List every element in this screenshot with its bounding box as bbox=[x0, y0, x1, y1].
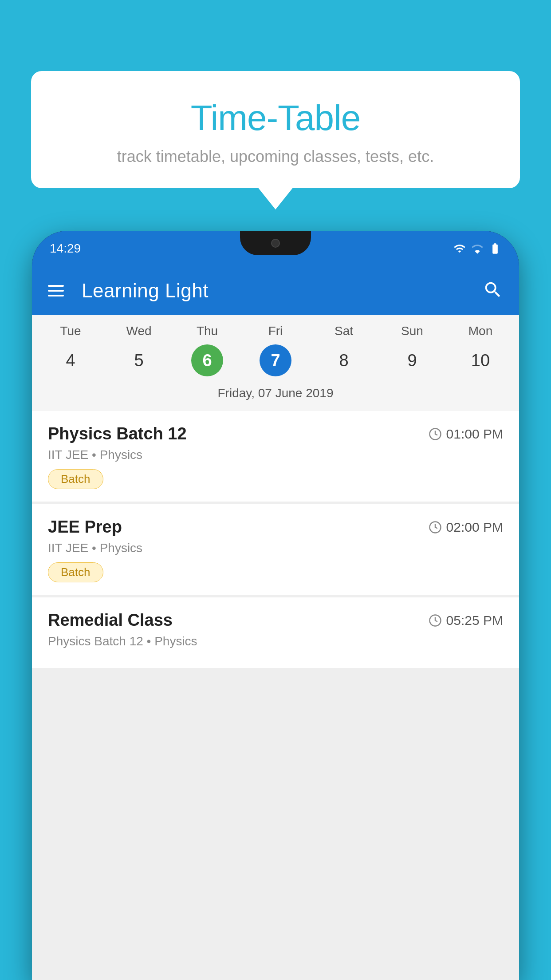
schedule-item-3-time: 05:25 PM bbox=[429, 613, 503, 628]
schedule-item-2-subtitle: IIT JEE • Physics bbox=[48, 541, 503, 555]
status-bar: 14:29 bbox=[32, 231, 519, 266]
search-icon bbox=[483, 280, 503, 300]
hamburger-menu-button[interactable] bbox=[48, 285, 64, 296]
battery-icon bbox=[489, 242, 501, 255]
day-name-tue: Tue bbox=[36, 324, 105, 338]
status-icons bbox=[453, 242, 501, 255]
schedule-item-2-time: 02:00 PM bbox=[429, 520, 503, 535]
day-5[interactable]: 5 bbox=[123, 344, 155, 376]
day-10[interactable]: 10 bbox=[464, 344, 496, 376]
schedule-item-3-title: Remedial Class bbox=[48, 611, 173, 630]
day-name-fri: Fri bbox=[241, 324, 310, 338]
clock-icon-1 bbox=[429, 427, 442, 441]
bubble-title: Time-Table bbox=[49, 98, 502, 138]
search-button[interactable] bbox=[483, 280, 503, 302]
calendar-strip: Tue Wed Thu Fri Sat Sun Mon 4 5 6 7 8 9 … bbox=[32, 315, 519, 411]
speech-bubble-container: Time-Table track timetable, upcoming cla… bbox=[31, 71, 520, 188]
content-area: Physics Batch 12 01:00 PM IIT JEE • Phys… bbox=[32, 411, 519, 980]
phone-frame: 14:29 Learning Light bbox=[32, 231, 519, 980]
schedule-item-2[interactable]: JEE Prep 02:00 PM IIT JEE • Physics Batc… bbox=[32, 504, 519, 595]
bubble-subtitle: track timetable, upcoming classes, tests… bbox=[49, 147, 502, 166]
schedule-item-1-subtitle: IIT JEE • Physics bbox=[48, 448, 503, 462]
day-6-today[interactable]: 6 bbox=[191, 344, 223, 376]
hamburger-line-1 bbox=[48, 285, 64, 287]
day-9[interactable]: 9 bbox=[396, 344, 428, 376]
day-name-thu: Thu bbox=[173, 324, 241, 338]
day-7-selected[interactable]: 7 bbox=[260, 344, 291, 376]
hamburger-line-3 bbox=[48, 295, 64, 296]
day-name-wed: Wed bbox=[105, 324, 173, 338]
schedule-item-2-header: JEE Prep 02:00 PM bbox=[48, 518, 503, 537]
status-time: 14:29 bbox=[50, 241, 81, 256]
day-8[interactable]: 8 bbox=[328, 344, 360, 376]
schedule-item-3[interactable]: Remedial Class 05:25 PM Physics Batch 12… bbox=[32, 597, 519, 668]
day-name-sat: Sat bbox=[310, 324, 378, 338]
clock-icon-2 bbox=[429, 521, 442, 534]
selected-date-label: Friday, 07 June 2019 bbox=[36, 383, 515, 407]
wifi-icon bbox=[453, 242, 466, 255]
day-name-mon: Mon bbox=[446, 324, 515, 338]
schedule-item-1-time: 01:00 PM bbox=[429, 427, 503, 442]
camera-dot bbox=[271, 239, 280, 248]
day-4[interactable]: 4 bbox=[55, 344, 87, 376]
day-name-sun: Sun bbox=[378, 324, 446, 338]
batch-badge-1: Batch bbox=[48, 469, 103, 489]
schedule-item-2-title: JEE Prep bbox=[48, 518, 122, 537]
schedule-item-3-header: Remedial Class 05:25 PM bbox=[48, 611, 503, 630]
signal-icon bbox=[471, 242, 484, 255]
batch-badge-2: Batch bbox=[48, 562, 103, 582]
app-title: Learning Light bbox=[82, 280, 469, 302]
phone-notch bbox=[240, 231, 311, 255]
hamburger-line-2 bbox=[48, 290, 64, 292]
clock-icon-3 bbox=[429, 614, 442, 627]
day-numbers-row: 4 5 6 7 8 9 10 bbox=[36, 344, 515, 376]
schedule-item-1-header: Physics Batch 12 01:00 PM bbox=[48, 424, 503, 443]
app-bar: Learning Light bbox=[32, 266, 519, 315]
speech-bubble: Time-Table track timetable, upcoming cla… bbox=[31, 71, 520, 188]
schedule-item-1[interactable]: Physics Batch 12 01:00 PM IIT JEE • Phys… bbox=[32, 411, 519, 502]
day-names-row: Tue Wed Thu Fri Sat Sun Mon bbox=[36, 324, 515, 338]
schedule-item-3-subtitle: Physics Batch 12 • Physics bbox=[48, 634, 503, 648]
schedule-item-1-title: Physics Batch 12 bbox=[48, 424, 187, 443]
